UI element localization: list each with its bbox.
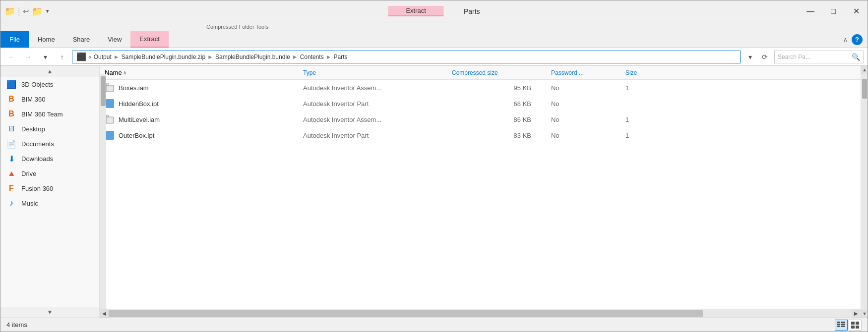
quick-access-toolbar: 📁 | ↩ 📁 ▼ <box>0 6 50 17</box>
downloads-icon: ⬇ <box>6 154 16 164</box>
share-menu[interactable]: Share <box>64 31 99 48</box>
sidebar-item-downloads[interactable]: ⬇ Downloads <box>0 151 99 166</box>
sidebar-label-bim360-team: BIM 360 Team <box>21 111 63 118</box>
bim360-team-icon: B <box>6 109 16 119</box>
window-title: Parts <box>464 7 480 16</box>
file-type-cell: Autodesk Inventor Part <box>303 132 452 139</box>
hscroll-thumb[interactable] <box>109 310 703 317</box>
col-header-type[interactable]: Type <box>303 69 452 76</box>
path-bundle: SampleBundlePlugin.bundle <box>215 54 290 60</box>
column-headers: Name ∧ Type Compressed size Password ...… <box>100 66 861 80</box>
main-area: ▲ 🟦 3D Objects B BIM 360 B BIM <box>0 66 868 318</box>
svg-marker-1 <box>106 84 109 85</box>
folder-icon: 📁 <box>4 6 15 17</box>
sidebar-item-drive[interactable]: 🔺 Drive <box>0 166 99 181</box>
quick-access-dropdown[interactable]: ▼ <box>45 8 50 14</box>
iam-icon <box>105 114 115 124</box>
separator: | <box>18 6 20 16</box>
table-row[interactable]: OuterBox.ipt Autodesk Inventor Part 83 K… <box>100 127 861 143</box>
title-bar-center: Extract Parts <box>388 6 480 16</box>
ipt-icon <box>105 99 115 109</box>
ribbon-expand-icon[interactable]: ∧ <box>843 36 848 43</box>
maximize-button[interactable]: □ <box>822 4 845 19</box>
help-button[interactable]: ? <box>852 34 863 45</box>
extract-menu[interactable]: Extract <box>130 31 168 48</box>
file-size-cell: 1 <box>625 84 856 92</box>
undo-icon[interactable]: ↩ <box>23 7 29 16</box>
address-dropdown[interactable]: ▾ <box>744 51 756 63</box>
search-icon: 🔍 <box>852 53 860 61</box>
sidebar-vscroll-track <box>100 74 106 310</box>
compressed-tools-label: Compressed Folder Tools <box>206 24 268 30</box>
col-header-name[interactable]: Name ∧ <box>105 69 303 76</box>
status-bar: 4 items <box>0 318 868 332</box>
sidebar-wrapper: ▲ 🟦 3D Objects B BIM 360 B BIM <box>0 66 100 318</box>
minimize-button[interactable]: — <box>799 4 822 19</box>
search-placeholder: Search Pa... <box>778 54 810 60</box>
view-menu[interactable]: View <box>99 31 130 48</box>
file-name-cell: MultiLevel.iam <box>105 114 303 124</box>
sidebar-item-fusion360[interactable]: F Fusion 360 <box>0 181 99 196</box>
table-row[interactable]: HiddenBox.ipt Autodesk Inventor Part 68 … <box>100 96 861 111</box>
ribbon-subtitle: Compressed Folder Tools <box>0 22 868 31</box>
music-icon: ♪ <box>6 198 16 208</box>
path-output: Output <box>94 54 112 60</box>
file-menu[interactable]: File <box>0 31 29 48</box>
ipt-icon <box>105 130 115 140</box>
file-compressed-cell: 68 KB <box>452 100 551 108</box>
details-view-button[interactable] <box>835 320 848 331</box>
sidebar-item-bim360[interactable]: B BIM 360 <box>0 92 99 107</box>
forward-button[interactable]: → <box>21 50 35 64</box>
sidebar-label-3d: 3D Objects <box>21 81 53 88</box>
sidebar-scroll-area: 🟦 3D Objects B BIM 360 B BIM 360 Team <box>0 77 99 307</box>
path-folder-icon: ⬛ <box>76 52 86 61</box>
vscroll-up-btn[interactable]: ▲ <box>861 66 868 74</box>
file-type-cell: Autodesk Inventor Part <box>303 100 452 108</box>
up-button[interactable]: ↑ <box>55 50 69 64</box>
file-type-cell: Autodesk Inventor Assem... <box>303 84 452 92</box>
svg-rect-12 <box>851 326 855 329</box>
sidebar-label-music: Music <box>21 200 38 207</box>
address-controls: ▾ ⟳ <box>744 51 771 63</box>
recent-locations-button[interactable]: ▾ <box>38 50 52 64</box>
sidebar-label-drive: Drive <box>21 170 36 177</box>
vscroll-track <box>861 74 868 310</box>
refresh-button[interactable]: ⟳ <box>758 51 771 63</box>
sidebar-vscroll-thumb[interactable] <box>101 76 106 106</box>
sidebar-scroll-up[interactable]: ▲ <box>0 66 99 77</box>
vscroll-down-btn[interactable]: ▼ <box>861 310 868 318</box>
sidebar-scroll-down[interactable]: ▼ <box>0 307 99 318</box>
hscroll-left-btn[interactable]: ◀ <box>100 309 109 318</box>
path-contents: Contents <box>300 54 324 60</box>
table-row[interactable]: Boxes.iam Autodesk Inventor Assem... 95 … <box>100 80 861 96</box>
explorer-window: 📁 | ↩ 📁 ▼ Extract Parts — □ ✕ Compressed… <box>0 0 868 332</box>
table-row[interactable]: MultiLevel.iam Autodesk Inventor Assem..… <box>100 111 861 127</box>
sep3: ► <box>292 54 298 60</box>
sidebar-item-desktop[interactable]: 🖥 Desktop <box>0 121 99 136</box>
home-menu[interactable]: Home <box>29 31 64 48</box>
close-button[interactable]: ✕ <box>845 4 868 19</box>
tiles-view-button[interactable] <box>849 320 862 331</box>
svg-rect-13 <box>856 326 859 329</box>
hscroll-right-btn[interactable]: ▶ <box>852 309 861 318</box>
file-name-text: Boxes.iam <box>119 84 149 92</box>
svg-rect-6 <box>837 326 840 327</box>
sidebar-item-bim360-team[interactable]: B BIM 360 Team <box>0 107 99 121</box>
menu-bar-row: File Home Share View Extract ∧ ? <box>0 31 868 48</box>
col-header-password[interactable]: Password ... <box>551 69 625 76</box>
sidebar-label-bim360: BIM 360 <box>21 96 45 103</box>
col-header-compressed[interactable]: Compressed size <box>452 69 551 76</box>
address-path[interactable]: ⬛ « Output ► SampleBundlePlugin.bundle.z… <box>72 51 741 63</box>
new-folder-icon[interactable]: 📁 <box>32 6 43 17</box>
sidebar-item-documents[interactable]: 📄 Documents <box>0 136 99 151</box>
col-header-size[interactable]: Size <box>625 69 856 76</box>
sep2: ► <box>207 54 213 60</box>
sidebar-item-music[interactable]: ♪ Music <box>0 196 99 211</box>
svg-rect-4 <box>837 322 840 323</box>
sidebar-item-3d-objects[interactable]: 🟦 3D Objects <box>0 77 99 92</box>
search-box[interactable]: Search Pa... 🔍 <box>774 51 864 63</box>
path-bundle-zip: SampleBundlePlugin.bundle.zip <box>122 54 205 60</box>
file-name-cell: OuterBox.ipt <box>105 130 303 140</box>
back-button[interactable]: ← <box>4 50 18 64</box>
vscroll-thumb[interactable] <box>862 79 867 99</box>
